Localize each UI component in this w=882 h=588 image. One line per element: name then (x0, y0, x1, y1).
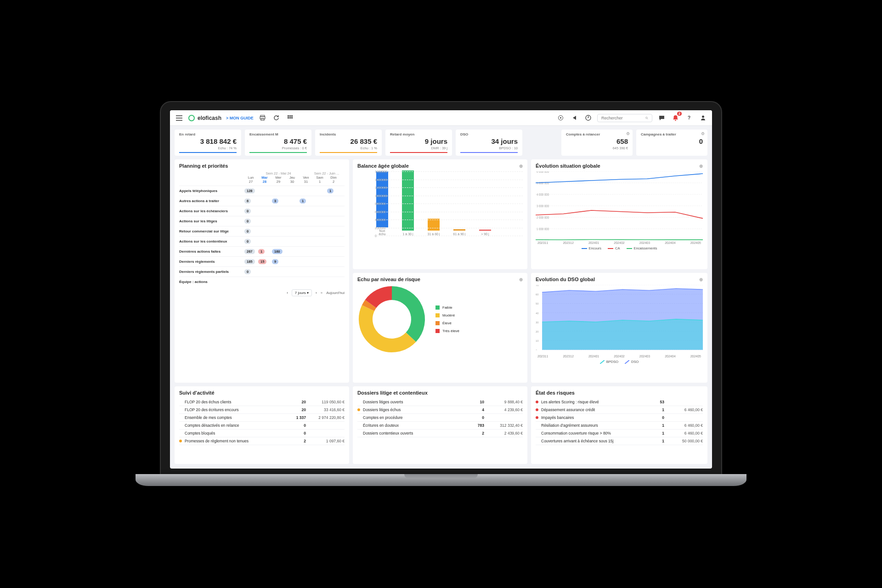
zoom-icon[interactable]: ⊕ (699, 277, 703, 282)
svg-point-10 (560, 117, 561, 119)
svg-text:1 000 000: 1 000 000 (537, 227, 549, 231)
plan-row[interactable]: Actions sur les contentieux0 (179, 236, 345, 246)
svg-point-13 (675, 119, 676, 121)
table-row[interactable]: FLOP 20 des écritures encours2033 416,60… (179, 406, 345, 414)
svg-rect-5 (291, 115, 293, 117)
svg-text:40: 40 (536, 312, 539, 315)
plan-row[interactable]: Retour commercial sur litige0 (179, 226, 345, 236)
evolution-line-chart: 6 000 0005 000 0004 000 0003 000 0002 00… (536, 171, 703, 240)
svg-rect-3 (288, 115, 289, 117)
plan-row[interactable]: Derniers règlements185159 (179, 256, 345, 266)
status-dot-icon (536, 416, 538, 419)
logo-icon (188, 115, 195, 121)
svg-text:0: 0 (536, 349, 537, 350)
kpi-card[interactable]: ⚙ Comptes à relancer 658 645 390 € (561, 130, 633, 156)
notif-badge: 2 (677, 112, 682, 116)
notifications-icon[interactable]: 2 (671, 113, 680, 123)
planning-table: Sem 22 - Mai 24 Sem 22 - Juin ... Lun27M… (179, 171, 345, 296)
kpi-card[interactable]: ⚙ Campagnes à traiter 0 (636, 130, 707, 156)
today-link[interactable]: Aujourd'hui (326, 291, 345, 295)
kpi-card[interactable]: En retard 3 818 842 € Echu : 74 % (175, 130, 241, 156)
status-dot-icon (357, 408, 360, 411)
svg-rect-4 (289, 115, 291, 117)
help-icon[interactable]: ? (684, 113, 694, 123)
table-row[interactable]: Écritures en douteux783312 332,40 € (357, 422, 523, 430)
svg-rect-8 (291, 117, 293, 119)
search-input[interactable] (601, 116, 643, 120)
table-row[interactable]: Dossiers litiges échus44 239,60 € (357, 406, 523, 414)
plan-row[interactable]: Dernières actions faites2671160 (179, 246, 345, 256)
next-icon[interactable]: › (316, 291, 317, 295)
table-row[interactable]: Promesses de règlement non tenues21 097,… (179, 437, 345, 445)
risk-legend: Faible Modéré Élevé Très élevé (435, 305, 459, 333)
table-row[interactable]: Dossiers contentieux ouverts22 439,60 € (357, 430, 523, 437)
card-evolution: Évolution situation globale ⊕ 6 000 0005… (531, 159, 707, 269)
table-row[interactable]: Comptes en procédure0 (357, 414, 523, 422)
plan-row[interactable]: Actions sur les échéanciers0 (179, 206, 345, 216)
svg-text:3 000 000: 3 000 000 (537, 204, 549, 208)
refresh-icon[interactable] (272, 113, 281, 123)
card-litige: Dossiers litige et contentieux Dossiers … (353, 386, 527, 464)
brand-name: eloficash (198, 115, 221, 121)
card-suivi: Suivi d'activité FLOP 20 des échus clien… (175, 386, 349, 464)
svg-text:6 000 000: 6 000 000 (537, 171, 549, 173)
table-row[interactable]: Impayés bancaires0 (536, 414, 703, 422)
target-icon[interactable] (556, 113, 565, 123)
zoom-icon[interactable]: ⊕ (519, 277, 523, 282)
svg-rect-6 (288, 117, 289, 119)
svg-text:20: 20 (536, 330, 539, 333)
compass-icon[interactable] (583, 113, 593, 123)
svg-text:10: 10 (536, 339, 539, 342)
card-planning: Planning et priorités Sem 22 - Mai 24 Se… (175, 159, 349, 383)
plan-row[interactable]: Actions sur les litiges0 (179, 216, 345, 226)
table-row[interactable]: Consommation couverture risque > 80%16 4… (536, 430, 703, 437)
table-row[interactable]: Ensemble de mes comptes1 3372 974 220,80… (179, 414, 345, 422)
kpi-card[interactable]: Incidents 26 835 € Echu : 1 % (315, 130, 382, 156)
range-select[interactable]: 7 jours ▾ (292, 289, 312, 296)
table-row[interactable]: Couvertures arrivant à échéance sous 15j… (536, 437, 703, 445)
dso-area-chart: 706050403020100 (536, 285, 703, 354)
card-risques: État des risques Les alertes Scoring : r… (531, 386, 707, 464)
table-row[interactable]: Comptes désactivés en relance0 (179, 422, 345, 430)
play-left-icon[interactable] (570, 113, 579, 123)
plan-row[interactable]: Appels téléphoniques1281 (179, 186, 345, 196)
svg-point-12 (646, 117, 648, 119)
user-icon[interactable] (698, 113, 707, 123)
card-risk-donut: Echu par niveau de risque ⊕ Faible Modér… (353, 273, 527, 383)
app-header: eloficash > MON GUIDE (170, 110, 712, 126)
plan-row[interactable]: Équipe : actions (179, 277, 345, 287)
kpi-card[interactable]: DSO 34 jours BPDSO : 10 (456, 130, 522, 156)
prev-icon[interactable]: ‹ (287, 291, 288, 295)
kpi-card[interactable]: Encaissement M 8 475 € Promesses : 0 € (245, 130, 311, 156)
search-box[interactable] (597, 114, 652, 122)
svg-point-14 (702, 116, 704, 118)
table-row[interactable]: Dossiers litiges ouverts109 888,40 € (357, 398, 523, 406)
table-row[interactable]: FLOP 20 des échus clients20119 050,60 € (179, 398, 345, 406)
table-row[interactable]: Comptes bloqués0 (179, 430, 345, 437)
table-row[interactable]: Dépassement assurance crédit16 460,00 € (536, 406, 703, 414)
kpi-card[interactable]: Retard moyen 9 jours DMR : 39 j (385, 130, 452, 156)
chat-icon[interactable] (657, 113, 666, 123)
table-row[interactable]: Les alertes Scoring : risque élevé53 (536, 398, 703, 406)
kpi-row: En retard 3 818 842 € Echu : 74 % Encais… (170, 126, 712, 159)
grid-icon[interactable] (286, 113, 295, 123)
status-dot-icon (536, 401, 538, 403)
evolution-legend: Encours CA Encaissements (536, 246, 703, 250)
guide-link[interactable]: > MON GUIDE (226, 116, 254, 120)
plan-row[interactable]: Derniers règlements partiels0 (179, 266, 345, 277)
main-grid: Balance âgée globale ⊕ 16000001400000120… (170, 159, 712, 469)
kpi-label: En retard (179, 132, 237, 136)
svg-text:70: 70 (536, 285, 539, 287)
print-icon[interactable] (258, 113, 267, 123)
menu-icon[interactable] (175, 113, 184, 123)
plan-row[interactable]: Autres actions à traiter631 (179, 196, 345, 206)
zoom-icon[interactable]: ⊕ (699, 164, 703, 169)
brand-logo: eloficash (188, 115, 221, 121)
gear-icon[interactable]: ⚙ (701, 131, 705, 136)
gear-icon[interactable]: ⚙ (626, 131, 630, 136)
risk-donut-chart (357, 285, 426, 354)
table-row[interactable]: Résiliation d'agrément assureurs16 460,0… (536, 422, 703, 430)
svg-text:4 000 000: 4 000 000 (537, 193, 549, 196)
svg-text:2 000 000: 2 000 000 (537, 216, 549, 219)
zoom-icon[interactable]: ⊕ (519, 164, 523, 169)
